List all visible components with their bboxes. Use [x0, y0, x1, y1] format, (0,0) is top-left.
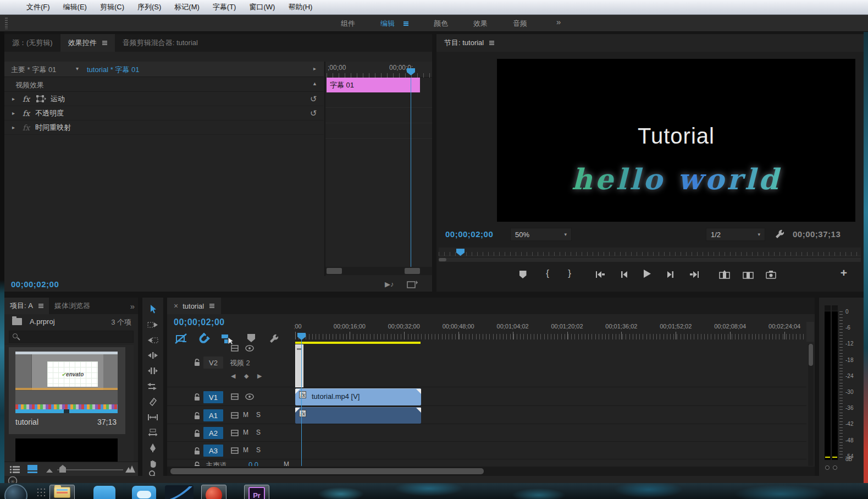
timeline-ruler[interactable]: ;00;0000;00;16;0000;00;32;0000;00;48;000… [294, 316, 806, 342]
project-item-thumbnail-2[interactable] [15, 438, 118, 462]
thumbnail-size-slider[interactable] [57, 469, 123, 470]
workspace-tab-组件[interactable]: 组件 [341, 19, 355, 29]
play-audio-icon[interactable]: ▶♪ [385, 280, 394, 288]
menu-item[interactable]: 文件(F) [20, 2, 57, 12]
sync-lock-icon[interactable] [231, 412, 239, 419]
twirl-icon[interactable]: ▸ [12, 124, 15, 130]
mini-ruler-ticks[interactable] [327, 73, 431, 78]
clip-handle-right[interactable] [416, 408, 421, 413]
panel-menu-icon[interactable] [209, 304, 214, 308]
twirl-icon[interactable]: ▸ [12, 96, 15, 102]
track-lock-icon[interactable] [193, 429, 201, 437]
add-button[interactable]: + [838, 267, 850, 279]
hscrollbar-thumb[interactable] [170, 468, 484, 474]
panel-menu-icon[interactable] [38, 304, 43, 308]
menu-item[interactable]: 窗口(W) [242, 2, 281, 12]
sync-lock-icon[interactable] [231, 393, 239, 400]
track-target-a1[interactable]: A1 [203, 409, 223, 421]
menu-item[interactable]: 剪辑(C) [93, 2, 131, 12]
tab-timeline-sequence[interactable]: × tutorial [167, 298, 221, 314]
track-lock-icon[interactable] [193, 393, 201, 401]
mark-in-button[interactable]: { [541, 267, 554, 279]
taskbar-premiere-button[interactable]: Pr [244, 485, 269, 499]
slide-tool[interactable] [142, 425, 163, 440]
sync-lock-icon[interactable] [231, 430, 239, 436]
taskbar-app-red-button[interactable] [201, 485, 226, 499]
taskbar-app-blue-2[interactable] [132, 486, 156, 499]
rate-stretch-tool[interactable] [142, 379, 163, 393]
track-a3[interactable]: A3 M S [167, 442, 806, 459]
track-select-forward-tool[interactable] [142, 317, 163, 332]
reset-effect-icon[interactable]: ↺ [310, 108, 317, 118]
track-lock-icon[interactable] [193, 447, 201, 455]
step-back-button[interactable] [618, 268, 630, 281]
sync-lock-icon[interactable] [231, 345, 239, 352]
track-lock-icon[interactable] [193, 358, 201, 366]
taskbar-app-blue-1[interactable] [93, 486, 115, 499]
twirl-icon[interactable]: ▸ [12, 110, 15, 116]
audio-meter-panel[interactable]: 0-6-12-18-24-30-36-42-48-54 dB [819, 298, 864, 476]
track-lock-icon[interactable] [193, 461, 201, 466]
master-clip-label[interactable]: 主要 * 字幕 01 [11, 65, 56, 75]
clip-handle-right[interactable] [416, 389, 421, 394]
taskbar-explorer-button[interactable] [49, 485, 75, 499]
playback-resolution-select[interactable]: 1/2▾ [706, 228, 765, 241]
close-icon[interactable]: × [174, 301, 178, 310]
mute-button[interactable]: M [243, 429, 248, 436]
nest-toggle-icon[interactable] [175, 333, 188, 345]
start-button[interactable] [4, 484, 27, 499]
mini-scrollbar-right[interactable] [405, 268, 420, 274]
settings-wrench-icon[interactable] [774, 228, 786, 240]
panel-menu-icon[interactable] [489, 41, 494, 45]
track-a2[interactable]: A2 M S [167, 425, 806, 442]
mini-scrollbar-left[interactable] [327, 268, 342, 274]
project-file-name[interactable]: A.prproj [30, 317, 55, 326]
workspace-tab-效果[interactable]: 效果 [473, 19, 488, 29]
track-v1[interactable]: V1 fx tutorial.mp4 [V] [167, 388, 806, 406]
step-forward-button[interactable] [665, 268, 677, 281]
title-clip-v2-selected[interactable] [295, 344, 303, 387]
workspace-tab-音频[interactable]: 音频 [513, 19, 527, 29]
tab-program-monitor[interactable]: 节目: tutorial [436, 34, 502, 52]
chevron-down-icon[interactable]: ▾ [76, 65, 79, 72]
track-name-v2[interactable]: 视频 2 [230, 358, 250, 368]
track-master[interactable]: 主声道 0.0 M [167, 460, 806, 466]
effect-row-time-remap[interactable]: ▸ fx 时间重映射 [4, 120, 324, 135]
navigate-up-folder-icon[interactable] [12, 318, 22, 325]
program-scrollbar-handle[interactable] [439, 258, 446, 261]
menu-item[interactable]: 标记(M) [168, 2, 206, 12]
menu-item[interactable]: 帮助(H) [281, 2, 319, 12]
panel-overflow-icon[interactable]: » [127, 298, 138, 314]
show-desktop-grid-icon[interactable] [36, 487, 45, 496]
play-button[interactable] [641, 267, 653, 279]
workspace-overflow-icon[interactable]: » [556, 17, 561, 26]
effect-row-opacity[interactable]: ▸ fx 不透明度 ↺ [4, 106, 324, 120]
tab-audio-clip-mixer[interactable]: 音频剪辑混合器: tutorial [115, 34, 206, 52]
solo-button[interactable]: S [256, 446, 261, 454]
project-item-name[interactable]: tutorial [15, 418, 38, 426]
track-target-v1[interactable]: V1 [203, 391, 223, 403]
workspace-tab-编辑[interactable]: 编辑 [380, 19, 395, 29]
zoom-in-thumb-icon[interactable] [125, 465, 135, 473]
add-marker-icon[interactable] [247, 334, 255, 342]
go-to-in-button[interactable] [594, 268, 606, 281]
linked-selection-icon[interactable] [221, 333, 234, 345]
mini-playhead-line[interactable] [411, 78, 411, 267]
track-v2[interactable]: V2 视频 2 ◀ ◆ ▶ [167, 344, 806, 387]
solo-button[interactable]: S [256, 429, 261, 436]
effect-controls-timecode[interactable]: 00;00;02;00 [11, 279, 59, 289]
timeline-vscrollbar[interactable] [808, 344, 814, 466]
razor-tool[interactable] [142, 394, 163, 409]
reset-effect-icon[interactable]: ↺ [310, 94, 317, 104]
taskbar-app-swoosh[interactable] [165, 485, 193, 499]
title-clip-mini[interactable]: 字幕 01 [327, 78, 420, 92]
add-marker-button[interactable] [517, 268, 529, 281]
project-item-thumbnail[interactable]: ✔envato [15, 352, 118, 413]
timeline-settings-wrench-icon[interactable] [268, 333, 280, 345]
mark-out-button[interactable]: } [563, 267, 576, 279]
expand-panel-icon[interactable]: ▸ [313, 65, 316, 72]
timeline-playhead-line[interactable] [301, 339, 302, 466]
list-view-icon[interactable] [10, 465, 20, 473]
tab-project[interactable]: 项目: A [4, 298, 49, 314]
workspace-menu-icon[interactable] [403, 21, 408, 26]
